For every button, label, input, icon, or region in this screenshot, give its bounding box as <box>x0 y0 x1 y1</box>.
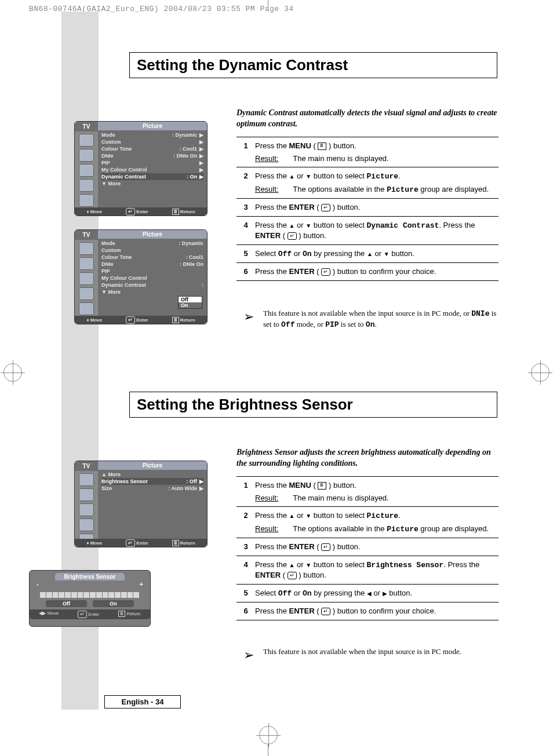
osd-menu-row: Custom ▶ <box>101 138 203 145</box>
osd-screenshot-brightness-sensor-dialog: Brightness Sensor - + Off On ◀▶ Move ↵ E… <box>29 570 151 627</box>
plus-label: + <box>140 580 143 587</box>
step-row: 5 Select Off or On by pressing the or bu… <box>237 244 499 263</box>
osd-menu-row: Dynamic Contrast: On ▶ <box>101 173 203 180</box>
osd-menu-row: DNIe: DNIe On ▶ <box>101 152 203 159</box>
osd-menu-row: Mode: Dynamic <box>101 240 203 247</box>
enter-icon: ↵ <box>288 572 297 579</box>
note-block: ➢ This feature is not available when the… <box>243 308 499 330</box>
osd-menu-row: Size: Auto Wide ▶ <box>101 485 203 492</box>
osd-menu-row: Mode: Dynamic ▶ <box>101 132 203 138</box>
step-number: 1 <box>237 141 255 163</box>
osd-menu-row: PIP ▶ <box>101 159 203 166</box>
osd-side-icon <box>79 134 94 147</box>
step-number: 2 <box>237 171 255 195</box>
osd-option-off: Off <box>179 297 202 302</box>
step-row: 2 Press the or button to select Picture.… <box>237 506 499 538</box>
step-row: 3 Press the ENTER ( ↵ ) button. <box>237 538 499 556</box>
up-arrow-icon <box>289 560 295 569</box>
osd-menu-title: Picture <box>98 122 207 130</box>
osd-footer-move: ♦ Move <box>86 209 102 214</box>
osd-menu-row: My Colour Control ▶ <box>101 166 203 173</box>
right-arrow-icon <box>383 589 387 597</box>
osd-menu-row: Dynamic Contrast: <box>101 282 203 288</box>
result-label: Result: <box>255 154 289 164</box>
enter-icon: ↵ <box>288 232 297 240</box>
osd-dialog-title: Brightness Sensor <box>55 573 125 580</box>
osd-menu-row: ▲ More <box>101 471 203 478</box>
brightness-bar <box>40 592 140 598</box>
up-arrow-icon <box>289 511 295 520</box>
osd-option-on: On <box>179 302 202 308</box>
section-title-box: Setting the Dynamic Contrast <box>129 52 497 78</box>
note-arrow-icon: ➢ <box>243 308 263 330</box>
section-title: Setting the Brightness Sensor <box>137 396 491 414</box>
registration-mark-icon <box>259 726 278 744</box>
up-arrow-icon <box>289 171 295 180</box>
enter-icon: ↵ <box>321 204 330 211</box>
up-arrow-icon <box>367 249 373 258</box>
osd-side-icon <box>79 179 94 192</box>
section-intro: Brightness Sensor adjusts the screen bri… <box>237 447 499 469</box>
step-row: 5 Select Off or On by pressing the or bu… <box>237 584 499 602</box>
left-arrow-icon <box>367 589 372 597</box>
osd-menu-row: ▼ More <box>101 288 203 295</box>
minus-label: - <box>37 580 39 587</box>
osd-menu-row: ▼ More <box>101 180 203 187</box>
osd-menu-row: Colour Tone: Cool1 ▶ <box>101 145 203 152</box>
osd-menu-row: DNIe: DNIe On <box>101 261 203 268</box>
steps-list: 1 Press the MENU ( Ⅲ ) button. Result: T… <box>237 476 499 620</box>
osd-footer-enter: ↵ Enter <box>126 208 148 216</box>
enter-icon: ↵ <box>321 608 330 615</box>
osd-menu-row: Colour Tone: Cool1 <box>101 254 203 261</box>
osd-side-icon <box>79 164 94 177</box>
osd-menu-row: Custom <box>101 247 203 254</box>
down-arrow-icon <box>305 171 311 180</box>
step-row: 4 Press the or button to select Brightne… <box>237 556 499 584</box>
step-row: 3 Press the ENTER ( ↵ ) button. <box>237 198 499 216</box>
osd-screenshot-brightness-sensor-menu: TV Picture ▲ MoreBrightness Sensor: Off … <box>74 461 208 547</box>
down-arrow-icon <box>305 511 311 520</box>
registration-mark-icon <box>531 363 550 382</box>
step-row: 4 Press the or button to select Dynamic … <box>237 216 499 244</box>
osd-side-icon <box>79 194 94 207</box>
on-button: On <box>93 600 134 607</box>
up-arrow-icon <box>289 221 295 229</box>
registration-mark-icon <box>3 363 22 382</box>
osd-menu-row: Brightness Sensor: Off ▶ <box>101 478 203 485</box>
menu-icon: Ⅲ <box>318 143 326 150</box>
osd-menu-row: PIP <box>101 268 203 275</box>
step-row: 6 Press the ENTER ( ↵ ) button to confir… <box>237 262 499 281</box>
down-arrow-icon <box>384 249 390 258</box>
note-arrow-icon: ➢ <box>243 647 263 664</box>
osd-menu-row: My Colour Control <box>101 275 203 282</box>
note-block: ➢ This feature is not available when the… <box>243 647 499 664</box>
osd-dropdown-options: Off On <box>178 296 202 309</box>
crop-mark <box>268 0 268 12</box>
osd-footer-return: Ⅲ Return <box>172 209 195 215</box>
section-intro: Dynamic Contrast automatically detects t… <box>237 108 499 130</box>
down-arrow-icon <box>305 560 311 569</box>
page-number: English - 34 <box>104 695 181 708</box>
osd-side-icon <box>79 149 94 162</box>
osd-footer-return: Ⅲ Return <box>118 611 140 618</box>
off-button: Off <box>46 600 87 607</box>
osd-screenshot-picture-menu: TV Picture Mode: Dynamic ▶Custom ▶Colour… <box>74 121 208 216</box>
step-row: 1 Press the MENU ( Ⅲ ) button. Result: T… <box>237 476 499 506</box>
osd-tv-label: TV <box>75 122 98 132</box>
step-row: 2 Press the or button to select Picture.… <box>237 167 499 198</box>
enter-icon: ↵ <box>321 543 330 551</box>
down-arrow-icon <box>305 221 311 229</box>
enter-icon: ↵ <box>321 268 330 276</box>
osd-footer-enter: ↵ Enter <box>78 611 99 618</box>
osd-footer-move: ◀▶ Move <box>39 611 59 618</box>
step-row: 6 Press the ENTER ( ↵ ) button to confir… <box>237 602 499 620</box>
steps-list: 1 Press the MENU ( Ⅲ ) button. Result: T… <box>237 137 499 281</box>
osd-screenshot-picture-menu-options: TV Picture Mode: DynamicCustomColour Ton… <box>74 229 208 324</box>
menu-icon: Ⅲ <box>318 482 326 490</box>
section-title: Setting the Dynamic Contrast <box>137 56 491 74</box>
step-row: 1 Press the MENU ( Ⅲ ) button. Result: T… <box>237 137 499 167</box>
section-title-box: Setting the Brightness Sensor <box>129 392 497 418</box>
